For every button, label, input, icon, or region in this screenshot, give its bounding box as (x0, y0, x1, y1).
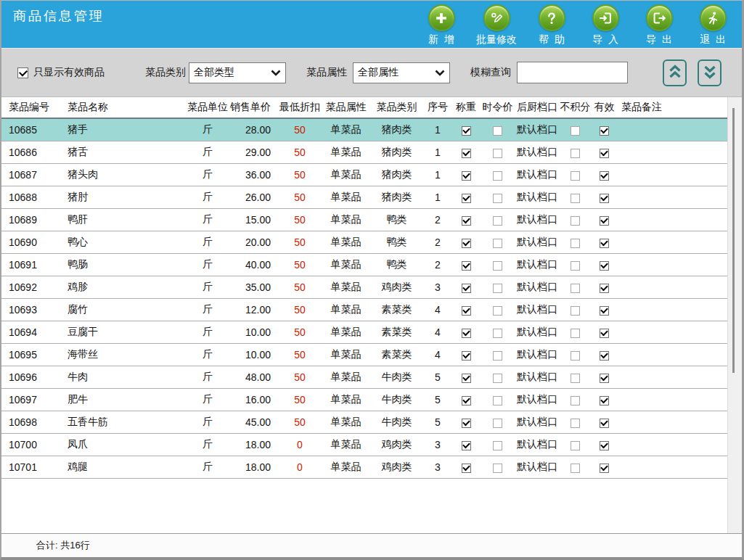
valid-checkbox[interactable] (600, 351, 609, 361)
no-points-checkbox[interactable] (571, 374, 580, 383)
show-valid-only-checkbox-group[interactable]: 只显示有效商品 (17, 66, 105, 79)
column-header-discount[interactable]: 最低折扣 (278, 101, 322, 114)
table-row[interactable]: 10698五香牛筋斤45.0050单菜品牛肉类5默认档口 (1, 411, 727, 434)
table-row[interactable]: 10700凤爪斤18.000单菜品鸡肉类3默认档口 (1, 434, 727, 456)
column-header-seq[interactable]: 序号 (423, 101, 452, 114)
no-points-checkbox[interactable] (571, 284, 580, 293)
valid-checkbox[interactable] (600, 239, 609, 248)
table-row[interactable]: 10691鸭肠斤40.0050单菜品鸭类2默认档口 (1, 254, 727, 276)
show-valid-only-checkbox[interactable] (17, 67, 28, 78)
valid-checkbox[interactable] (600, 441, 609, 450)
valid-checkbox[interactable] (600, 419, 609, 428)
column-header-weigh[interactable]: 称重 (452, 101, 480, 114)
weigh-checkbox[interactable] (462, 396, 471, 405)
no-points-checkbox[interactable] (571, 306, 580, 316)
column-header-no-points[interactable]: 不积分 (559, 101, 592, 114)
valid-checkbox[interactable] (600, 396, 609, 405)
no-points-checkbox[interactable] (571, 216, 580, 226)
seasonal-price-checkbox[interactable] (493, 284, 502, 293)
page-down-button[interactable] (698, 59, 721, 86)
weigh-checkbox[interactable] (462, 329, 471, 338)
no-points-checkbox[interactable] (571, 351, 580, 361)
no-points-checkbox[interactable] (571, 126, 580, 136)
valid-checkbox[interactable] (600, 171, 609, 181)
weigh-checkbox[interactable] (462, 239, 471, 248)
no-points-checkbox[interactable] (571, 464, 580, 473)
scrollbar-thumb[interactable] (732, 108, 735, 373)
seasonal-price-checkbox[interactable] (493, 464, 502, 473)
column-header-name[interactable]: 菜品名称 (60, 101, 186, 114)
valid-checkbox[interactable] (600, 284, 609, 293)
seasonal-price-checkbox[interactable] (493, 419, 502, 428)
seasonal-price-checkbox[interactable] (493, 329, 502, 338)
table-row[interactable]: 10694豆腐干斤10.0050单菜品素菜类4默认档口 (1, 321, 727, 344)
seasonal-price-checkbox[interactable] (493, 149, 502, 158)
attribute-select[interactable]: 全部属性 (353, 62, 450, 83)
weigh-checkbox[interactable] (462, 419, 471, 428)
seasonal-price-checkbox[interactable] (493, 441, 502, 450)
weigh-checkbox[interactable] (462, 126, 471, 136)
column-header-seasonal[interactable]: 时令价 (480, 101, 515, 114)
valid-checkbox[interactable] (600, 464, 609, 473)
category-select[interactable]: 全部类型 (189, 62, 286, 83)
seasonal-price-checkbox[interactable] (493, 261, 502, 271)
column-header-attribute[interactable]: 菜品属性 (322, 101, 370, 114)
page-up-button[interactable] (663, 59, 687, 86)
vertical-scrollbar[interactable] (727, 97, 742, 533)
valid-checkbox[interactable] (600, 194, 609, 203)
table-row[interactable]: 10697肥牛斤16.0050单菜品牛肉类5默认档口 (1, 389, 727, 411)
valid-checkbox[interactable] (600, 216, 609, 226)
no-points-checkbox[interactable] (571, 239, 580, 248)
seasonal-price-checkbox[interactable] (493, 194, 502, 203)
column-header-note[interactable]: 菜品备注 (617, 101, 742, 114)
weigh-checkbox[interactable] (462, 284, 471, 293)
table-row[interactable]: 10693腐竹斤12.0050单菜品素菜类4默认档口 (1, 299, 727, 321)
no-points-checkbox[interactable] (571, 419, 580, 428)
weigh-checkbox[interactable] (462, 261, 471, 271)
table-row[interactable]: 10692鸡胗斤35.0050单菜品鸡肉类3默认档口 (1, 276, 727, 299)
no-points-checkbox[interactable] (571, 149, 580, 158)
valid-checkbox[interactable] (600, 149, 609, 158)
weigh-checkbox[interactable] (462, 441, 471, 450)
table-row[interactable]: 10689鸭肝斤15.0050单菜品鸭类2默认档口 (1, 209, 727, 231)
seasonal-price-checkbox[interactable] (493, 216, 502, 226)
valid-checkbox[interactable] (600, 329, 609, 338)
batch-edit-button[interactable]: 批量修改 (476, 4, 517, 46)
export-button[interactable]: 导 出 (640, 4, 678, 46)
table-row[interactable]: 10696牛肉斤48.0050单菜品牛肉类5默认档口 (1, 366, 727, 389)
no-points-checkbox[interactable] (571, 171, 580, 181)
fuzzy-search-input[interactable] (517, 62, 628, 83)
weigh-checkbox[interactable] (462, 149, 471, 158)
no-points-checkbox[interactable] (571, 441, 580, 450)
weigh-checkbox[interactable] (462, 216, 471, 226)
column-header-unit[interactable]: 菜品单位 (186, 101, 229, 114)
table-row[interactable]: 10695海带丝斤10.0050单菜品素菜类4默认档口 (1, 344, 727, 366)
column-header-id[interactable]: 菜品编号 (1, 101, 60, 114)
seasonal-price-checkbox[interactable] (493, 171, 502, 181)
table-row[interactable]: 10701鸡腿斤18.000单菜品鸡肉类3默认档口 (1, 456, 727, 479)
seasonal-price-checkbox[interactable] (493, 351, 502, 361)
table-row[interactable]: 10688猪肘斤26.0050单菜品猪肉类1默认档口 (1, 186, 727, 209)
valid-checkbox[interactable] (600, 374, 609, 383)
weigh-checkbox[interactable] (462, 306, 471, 316)
column-header-station[interactable]: 后厨档口 (515, 101, 559, 114)
seasonal-price-checkbox[interactable] (493, 239, 502, 248)
seasonal-price-checkbox[interactable] (493, 126, 502, 136)
seasonal-price-checkbox[interactable] (493, 374, 502, 383)
new-button[interactable]: 新 增 (422, 4, 460, 46)
import-button[interactable]: 导 入 (586, 4, 624, 46)
table-row[interactable]: 10686猪舌斤29.0050单菜品猪肉类1默认档口 (1, 141, 727, 164)
column-header-category[interactable]: 菜品类别 (370, 101, 423, 114)
no-points-checkbox[interactable] (571, 261, 580, 271)
no-points-checkbox[interactable] (571, 329, 580, 338)
weigh-checkbox[interactable] (462, 464, 471, 473)
column-header-price[interactable]: 销售单价 (229, 101, 278, 114)
weigh-checkbox[interactable] (462, 194, 471, 203)
no-points-checkbox[interactable] (571, 396, 580, 405)
valid-checkbox[interactable] (600, 261, 609, 271)
help-button[interactable]: 帮 助 (533, 4, 571, 46)
table-row[interactable]: 10690鸭心斤20.0050单菜品鸭类2默认档口 (1, 231, 727, 254)
exit-button[interactable]: 退 出 (694, 4, 732, 46)
seasonal-price-checkbox[interactable] (493, 396, 502, 405)
valid-checkbox[interactable] (600, 306, 609, 316)
